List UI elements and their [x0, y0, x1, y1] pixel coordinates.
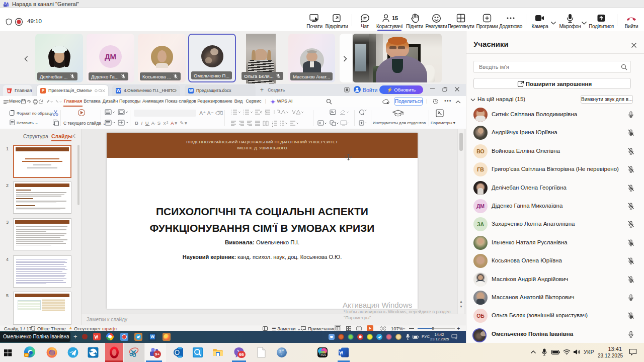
- svg-text:≈: ≈: [281, 353, 282, 356]
- svg-text:α: α: [282, 348, 284, 351]
- svg-text:Σ: Σ: [279, 349, 282, 353]
